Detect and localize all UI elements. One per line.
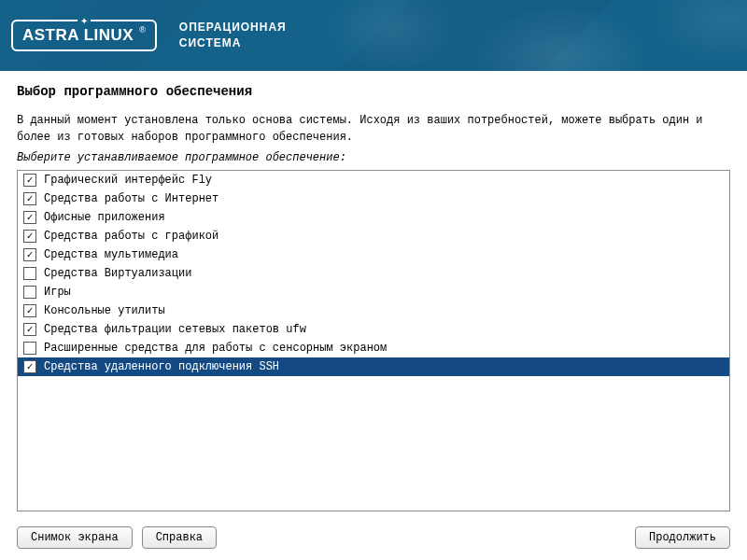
checkbox[interactable] [23,267,36,280]
list-item[interactable]: Средства Виртуализации [18,264,729,283]
list-item[interactable]: ✓Средства удаленного подключения SSH [18,357,729,376]
list-item-label: Игры [44,286,71,299]
checkbox[interactable] [23,286,36,299]
list-item[interactable]: ✓Офисные приложения [18,208,729,227]
spacer [226,526,626,549]
checkbox[interactable]: ✓ [23,230,36,243]
subtitle-line-2: СИСТЕМА [179,35,287,51]
list-item[interactable]: ✓Графический интерфейс Fly [18,171,729,189]
checkbox[interactable]: ✓ [23,304,36,317]
list-item[interactable]: Расширенные средства для работы с сенсор… [18,339,729,357]
brand-name: ASTRA LINUX [22,26,134,45]
screenshot-button[interactable]: Снимок экрана [17,526,133,549]
list-item[interactable]: ✓Средства работы с графикой [18,227,729,245]
page-title: Выбор программного обеспечения [17,84,730,99]
list-item-label: Консольные утилиты [44,304,165,317]
list-item-label: Графический интерфейс Fly [44,174,212,187]
brand-subtitle: ОПЕРАЦИОННАЯ СИСТЕМА [179,20,287,51]
list-item[interactable]: ✓Консольные утилиты [18,301,729,320]
list-item[interactable]: Игры [18,283,729,301]
header-banner: ✦ ASTRA LINUX ® ОПЕРАЦИОННАЯ СИСТЕМА [0,0,747,71]
star-icon: ✦ [78,16,91,26]
list-item-label: Средства фильтрации сетевых пакетов ufw [44,323,306,336]
checkbox[interactable]: ✓ [23,174,36,187]
registered-mark: ® [139,25,146,35]
page-instruction: Выберите устанавливаемое программное обе… [17,151,730,164]
software-list[interactable]: ✓Графический интерфейс Fly✓Средства рабо… [17,170,730,511]
list-item[interactable]: ✓Средства фильтрации сетевых пакетов ufw [18,320,729,339]
list-item[interactable]: ✓Средства работы с Интернет [18,189,729,208]
checkbox[interactable] [23,342,36,355]
page-description: В данный момент установлена только основ… [17,112,730,146]
main-content: Выбор программного обеспечения В данный … [0,71,747,521]
continue-button[interactable]: Продолжить [635,526,730,549]
list-item-label: Офисные приложения [44,211,165,224]
checkbox[interactable]: ✓ [23,248,36,261]
list-item-label: Средства работы с графикой [44,230,218,243]
list-item-label: Расширенные средства для работы с сенсор… [44,342,387,355]
list-item-label: Средства удаленного подключения SSH [44,360,279,373]
list-item-label: Средства мультимедиа [44,248,178,261]
checkbox[interactable]: ✓ [23,192,36,205]
checkbox[interactable]: ✓ [23,211,36,224]
footer-bar: Снимок экрана Справка Продолжить [17,526,730,549]
brand-logo: ✦ ASTRA LINUX ® [11,20,157,51]
list-item-label: Средства работы с Интернет [44,192,218,205]
checkbox[interactable]: ✓ [23,360,36,373]
list-item[interactable]: ✓Средства мультимедиа [18,245,729,264]
checkbox[interactable]: ✓ [23,323,36,336]
subtitle-line-1: ОПЕРАЦИОННАЯ [179,20,287,35]
list-item-label: Средства Виртуализации [44,267,191,280]
help-button[interactable]: Справка [142,526,217,549]
